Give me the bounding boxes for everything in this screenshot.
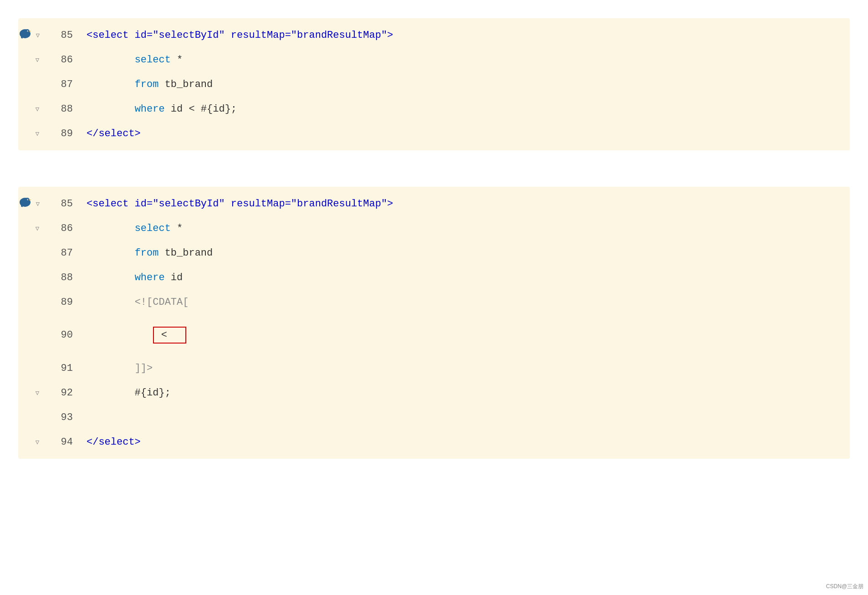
fold-arrow-icon[interactable]: ▽ [33,224,42,233]
bird-icon [18,195,32,212]
line-icons-group: ▽ [18,224,46,233]
line-content: </select> [82,128,850,139]
line-number: 85 [46,198,82,210]
line-icons-group: ▽ [18,437,46,446]
code-line: ▽ 92 #{id}; [18,380,850,405]
line-icons-group: ▽ [18,104,46,113]
line-number: 93 [46,412,82,423]
line-content: where id < #{id}; [82,103,850,115]
line-icons-group: ▽ [18,55,46,64]
fold-arrow-icon[interactable]: ▽ [34,199,42,208]
fold-arrow-icon[interactable]: ▽ [34,31,42,40]
fold-arrow-icon[interactable]: ▽ [33,129,42,138]
fold-arrow-icon[interactable]: ▽ [33,104,42,113]
code-line: 88 where id [18,265,850,290]
line-number: 89 [46,297,82,308]
fold-arrow-icon[interactable]: ▽ [33,437,42,446]
line-number: 86 [46,54,82,66]
code-block-2: ▽ 85 <select id="selectById" resultMap="… [18,187,850,459]
code-line: 87 from tb_brand [18,72,850,97]
code-line: ▽ 94 </select> [18,430,850,454]
line-number: 88 [46,103,82,115]
line-content: #{id}; [82,387,850,399]
line-content: </select> [82,436,850,448]
svg-point-9 [28,199,28,200]
line-icons-group: ▽ [18,195,46,212]
code-line: ▽ 86 select * [18,216,850,241]
code-line: 91 ]]> [18,356,850,380]
line-number: 85 [46,30,82,41]
line-content: <![CDATA[ [82,297,850,308]
line-content: select * [82,223,850,234]
code-line: 93 [18,405,850,430]
fold-arrow-icon[interactable]: ▽ [33,55,42,64]
code-line: ▽ 89 </select> [18,121,850,146]
line-number: 87 [46,79,82,90]
code-line-highlighted: 90 < [18,314,850,356]
fold-arrow-icon[interactable]: ▽ [33,388,42,397]
highlight-box: < [153,327,186,344]
line-number: 94 [46,436,82,448]
line-number: 90 [46,329,82,341]
code-line: 87 from tb_brand [18,241,850,265]
line-number: 88 [46,272,82,283]
line-number: 92 [46,387,82,399]
code-block-1: ▽ 85 <select id="selectById" resultMap="… [18,18,850,150]
line-content: from tb_brand [82,79,850,90]
code-line: ▽ 88 where id < #{id}; [18,97,850,121]
code-line: ▽ 85 <select id="selectById" resultMap="… [18,23,850,47]
line-icons-group: ▽ [18,27,46,44]
line-content: from tb_brand [82,247,850,259]
watermark: CSDN@三金朋 [826,583,863,590]
line-content: <select id="selectById" resultMap="brand… [82,30,850,41]
code-line: 89 <![CDATA[ [18,290,850,314]
line-content-highlighted: < [82,315,850,355]
code-line: ▽ 85 <select id="selectById" resultMap="… [18,191,850,216]
line-number: 87 [46,247,82,259]
code-line: ▽ 86 select * [18,47,850,72]
bird-icon [18,27,32,44]
line-content: select * [82,54,850,66]
line-number: 89 [46,128,82,139]
line-content: ]]> [82,363,850,374]
svg-point-4 [28,31,28,31]
line-icons-group: ▽ [18,388,46,397]
line-number: 86 [46,223,82,234]
line-content: <select id="selectById" resultMap="brand… [82,198,850,210]
line-number: 91 [46,363,82,374]
line-icons-group: ▽ [18,129,46,138]
line-content: where id [82,272,850,283]
